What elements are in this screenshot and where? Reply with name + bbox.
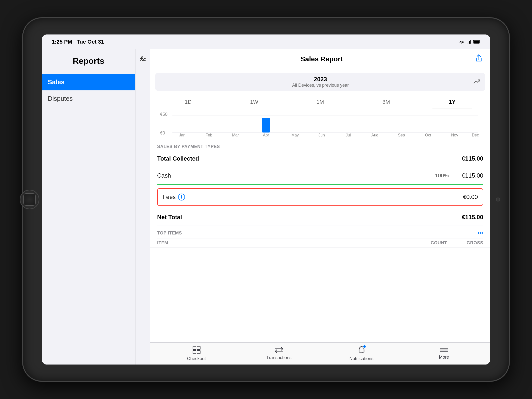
transactions-icon <box>275 347 283 354</box>
sidebar: Reports Sales Disputes <box>42 49 135 365</box>
year-label: 2023 <box>167 76 473 83</box>
svg-text:Dec: Dec <box>472 133 479 137</box>
nav-notifications[interactable]: Notifications <box>342 346 381 361</box>
net-total-wrapper: Net Total €115.00 <box>150 209 490 226</box>
svg-text:Nov: Nov <box>451 133 458 137</box>
status-time: 1:25 PM Tue Oct 31 <box>52 39 104 45</box>
home-button[interactable] <box>20 190 39 209</box>
svg-rect-5 <box>474 41 479 43</box>
fees-row: Fees i €0.00 <box>158 189 483 205</box>
svg-text:€50: €50 <box>160 112 167 117</box>
screen: 1:25 PM Tue Oct 31 Reports <box>42 34 490 365</box>
col-item-header: ITEM <box>157 240 424 246</box>
svg-marker-2 <box>468 42 468 44</box>
wifi-icon <box>459 39 465 45</box>
total-collected-row: Total Collected €115.00 <box>157 150 483 167</box>
camera-dot <box>496 198 500 201</box>
svg-rect-33 <box>197 350 200 354</box>
report-panel: Sales Report 2023 All Devices, vs previo… <box>150 49 490 365</box>
svg-text:Jan: Jan <box>179 133 185 137</box>
cash-wrapper: Cash 100% €115.00 <box>150 167 490 185</box>
year-selector[interactable]: 2023 All Devices, vs previous year <box>155 73 485 91</box>
status-icons <box>459 39 480 45</box>
tab-1m[interactable]: 1M <box>287 97 353 107</box>
cash-amount: €115.00 <box>459 172 483 179</box>
report-title: Sales Report <box>168 55 475 63</box>
bar-chart: €50 €0 Jan <box>155 112 485 137</box>
fees-label-text: Fees <box>163 194 176 200</box>
svg-text:Sep: Sep <box>398 133 405 137</box>
total-collected-label: Total Collected <box>157 155 199 162</box>
svg-text:Oct: Oct <box>425 133 431 137</box>
share-button[interactable] <box>475 54 482 64</box>
svg-point-12 <box>141 60 142 61</box>
svg-marker-3 <box>467 43 467 44</box>
more-label: More <box>439 355 449 360</box>
svg-text:Aug: Aug <box>371 133 378 137</box>
report-header: Sales Report <box>150 49 490 69</box>
svg-text:Mar: Mar <box>232 133 239 137</box>
col-count-header: COUNT <box>424 240 454 246</box>
svg-marker-1 <box>469 41 470 44</box>
cash-row-right: 100% €115.00 <box>435 172 483 179</box>
trend-icon <box>473 79 480 85</box>
fees-info-icon[interactable]: i <box>178 194 185 200</box>
cash-percent: 100% <box>435 172 449 179</box>
checkout-icon <box>192 346 201 355</box>
year-text: 2023 All Devices, vs previous year <box>167 76 473 88</box>
more-dots-button[interactable]: ••• <box>478 230 483 236</box>
home-button-inner <box>23 193 36 206</box>
sidebar-item-sales[interactable]: Sales <box>42 74 135 90</box>
filter-button-column <box>135 49 150 365</box>
top-items-header: TOP ITEMS ••• <box>150 226 490 238</box>
status-bar: 1:25 PM Tue Oct 31 <box>42 34 490 49</box>
svg-text:Feb: Feb <box>205 133 212 137</box>
notifications-label: Notifications <box>349 356 373 361</box>
total-collected-wrapper: Total Collected €115.00 <box>150 150 490 167</box>
net-total-label: Net Total <box>157 214 182 221</box>
svg-text:€0: €0 <box>160 131 165 135</box>
net-total-row: Net Total €115.00 <box>157 209 483 226</box>
battery-icon <box>473 39 480 45</box>
items-columns: ITEM COUNT GROSS <box>150 238 490 248</box>
svg-point-11 <box>143 58 144 59</box>
chart-area: €50 €0 Jan <box>150 109 490 140</box>
nav-transactions[interactable]: Transactions <box>259 347 299 360</box>
svg-rect-31 <box>197 346 200 349</box>
notification-badge <box>363 345 366 348</box>
sidebar-title: Reports <box>42 49 135 72</box>
svg-rect-6 <box>480 41 481 43</box>
sidebar-item-disputes[interactable]: Disputes <box>42 90 135 107</box>
col-gross-header: GROSS <box>454 240 483 246</box>
tab-3m[interactable]: 3M <box>353 97 419 107</box>
top-items-title: TOP ITEMS <box>157 231 182 236</box>
svg-text:Apr: Apr <box>263 133 269 137</box>
tab-1d[interactable]: 1D <box>155 97 221 107</box>
main-content: Reports Sales Disputes <box>42 49 490 365</box>
svg-rect-30 <box>193 346 196 349</box>
nav-checkout[interactable]: Checkout <box>177 346 216 361</box>
checkout-label: Checkout <box>187 356 206 361</box>
nav-more[interactable]: More <box>424 347 464 360</box>
svg-rect-17 <box>262 118 270 133</box>
fees-label: Fees i <box>163 194 185 200</box>
tab-1w[interactable]: 1W <box>221 97 287 107</box>
sidebar-nav: Sales Disputes <box>42 72 135 365</box>
svg-text:May: May <box>291 133 299 137</box>
device-frame: 1:25 PM Tue Oct 31 Reports <box>22 17 510 382</box>
net-total-amount: €115.00 <box>459 214 483 221</box>
cash-row: Cash 100% €115.00 <box>157 167 483 184</box>
date-display: Tue Oct 31 <box>77 39 104 45</box>
svg-marker-0 <box>470 40 471 44</box>
fees-amount: €0.00 <box>453 194 478 200</box>
signal-icon <box>467 39 471 45</box>
total-collected-amount: €115.00 <box>459 155 483 162</box>
transactions-label: Transactions <box>266 355 291 360</box>
tab-1y[interactable]: 1Y <box>419 97 485 107</box>
fees-row-wrapper: Fees i €0.00 <box>157 188 483 206</box>
svg-point-10 <box>141 56 142 58</box>
time-tabs: 1D 1W 1M 3M 1Y <box>150 95 490 109</box>
more-icon <box>440 347 448 354</box>
time-display: 1:25 PM <box>52 39 72 45</box>
filter-button[interactable] <box>137 53 148 64</box>
